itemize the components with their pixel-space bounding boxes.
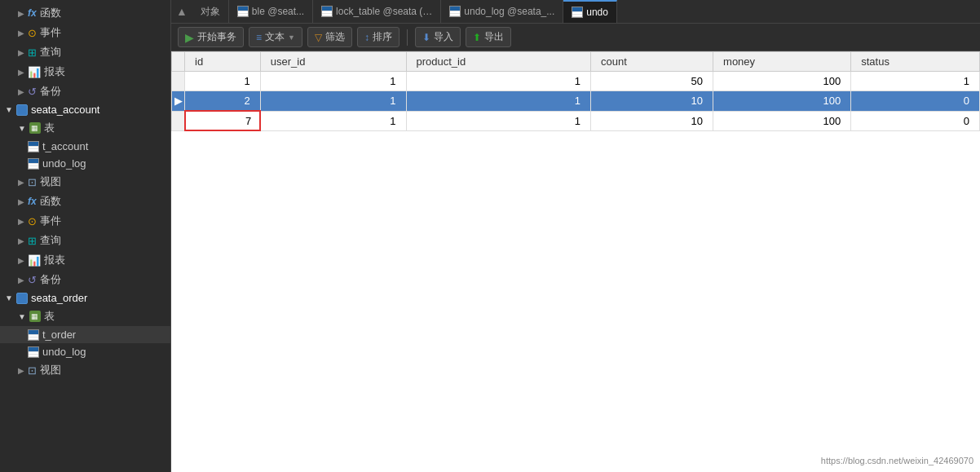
event-icon: ⊙: [28, 27, 37, 39]
sidebar-item-backup2[interactable]: ↺ 备份: [0, 270, 170, 289]
arrow-icon: [18, 87, 24, 96]
sidebar-item-table-group2[interactable]: ▦ 表: [0, 307, 170, 326]
table-icon: [28, 346, 39, 358]
sidebar-item-query2[interactable]: ⊞ 查询: [0, 231, 170, 250]
sidebar-item-label: 备份: [40, 84, 61, 99]
sidebar-item-label: 函数: [40, 194, 61, 209]
table-tab-icon: [449, 6, 461, 17]
cell-money[interactable]: 100: [713, 91, 851, 112]
col-header-user-id: user_id: [260, 52, 406, 72]
sidebar-item-table-group1[interactable]: ▦ 表: [0, 118, 170, 138]
arrow-icon: [18, 178, 24, 187]
sidebar-item-view1[interactable]: ⊡ 视图: [0, 172, 170, 192]
sidebar-item-view2[interactable]: ⊡ 视图: [0, 360, 170, 380]
sidebar-item-label: t_order: [42, 329, 76, 341]
event-icon: ⊙: [28, 215, 37, 227]
cell-user-id[interactable]: 1: [260, 111, 406, 130]
arrow-icon: [18, 217, 24, 226]
query-icon: ⊞: [28, 235, 37, 247]
sidebar: fx 函数 ⊙ 事件 ⊞ 查询 📊 报表 ↺ 备份 seata_account …: [0, 0, 171, 472]
import-button[interactable]: ⬇ 导入: [415, 27, 461, 47]
sidebar-item-label: 查询: [40, 233, 61, 248]
cell-money[interactable]: 100: [713, 72, 851, 91]
arrow-icon: [18, 124, 26, 133]
sidebar-item-backup1[interactable]: ↺ 备份: [0, 82, 170, 101]
sidebar-item-seata-account[interactable]: seata_account: [0, 101, 170, 118]
col-header-money: money: [713, 52, 851, 72]
tab-label: ble @seat...: [252, 6, 304, 17]
begin-tx-button[interactable]: ▶ 开始事务: [178, 27, 244, 47]
sidebar-item-query1[interactable]: ⊞ 查询: [0, 42, 170, 62]
sidebar-item-undo-log2[interactable]: undo_log: [0, 343, 170, 360]
filter-button[interactable]: ▽ 筛选: [307, 27, 352, 47]
cell-count[interactable]: 10: [590, 111, 713, 130]
filter-icon: ▽: [315, 32, 322, 43]
filter-label: 筛选: [325, 30, 345, 44]
cell-product-id[interactable]: 1: [406, 91, 590, 112]
arrow-icon: [18, 276, 24, 285]
cell-status[interactable]: 0: [851, 111, 980, 130]
sidebar-item-event1[interactable]: ⊙ 事件: [0, 23, 170, 42]
text-icon: ≡: [256, 32, 262, 43]
sidebar-item-seata-order[interactable]: seata_order: [0, 289, 170, 307]
func-icon: fx: [28, 196, 37, 207]
text-button[interactable]: ≡ 文本 ▼: [249, 27, 302, 47]
cell-id[interactable]: 2: [185, 91, 261, 112]
main-panel: ▲ 对象 ble @seat... lock_table @seata (… u…: [171, 0, 980, 472]
tab-ble[interactable]: ble @seat...: [229, 0, 313, 23]
table-group-icon: ▦: [29, 122, 41, 134]
table-tab-icon: [572, 7, 583, 18]
arrow-icon: [18, 29, 24, 37]
tab-label: undo_log @seata_...: [464, 6, 554, 17]
sidebar-item-undo-log1[interactable]: undo_log: [0, 155, 170, 172]
sidebar-item-report1[interactable]: 📊 报表: [0, 62, 170, 82]
sidebar-item-label: 事件: [40, 214, 61, 228]
sidebar-item-label: 备份: [40, 272, 61, 287]
sidebar-item-report2[interactable]: 📊 报表: [0, 250, 170, 270]
sidebar-item-label: 表: [44, 309, 55, 324]
sidebar-item-label: seata_order: [31, 292, 87, 304]
tab-object[interactable]: 对象: [192, 0, 229, 23]
report-icon: 📊: [28, 66, 41, 78]
arrow-icon: [18, 236, 24, 245]
cell-product-id[interactable]: 1: [406, 72, 590, 91]
tab-undo-active[interactable]: undo: [563, 0, 617, 23]
export-button[interactable]: ⬆ 导出: [466, 27, 511, 47]
cell-count[interactable]: 50: [590, 72, 713, 91]
table-row[interactable]: ▶ 2 1 1 10 100 0: [172, 91, 980, 112]
cell-status[interactable]: 1: [851, 72, 980, 91]
cell-user-id[interactable]: 1: [260, 91, 406, 112]
sidebar-item-t-order[interactable]: t_order: [0, 326, 170, 343]
sidebar-item-t-account[interactable]: t_account: [0, 138, 170, 155]
tab-label: lock_table @seata (…: [336, 6, 432, 17]
arrow-icon: [5, 293, 13, 302]
begin-tx-icon: ▶: [185, 31, 194, 44]
sidebar-item-event2[interactable]: ⊙ 事件: [0, 211, 170, 231]
sidebar-item-label: t_account: [42, 140, 88, 152]
sidebar-item-func1[interactable]: fx 函数: [0, 3, 170, 23]
table-row[interactable]: 1 1 1 50 100 1: [172, 72, 980, 91]
import-icon: ⬇: [422, 32, 430, 43]
cell-count[interactable]: 10: [590, 91, 713, 112]
sidebar-item-label: 报表: [44, 253, 65, 267]
cell-product-id[interactable]: 1: [406, 111, 590, 130]
cell-status[interactable]: 0: [851, 91, 980, 112]
cell-user-id[interactable]: 1: [260, 72, 406, 91]
arrow-icon: [5, 105, 13, 114]
sidebar-item-label: undo_log: [42, 157, 86, 170]
cell-id-editing[interactable]: 7: [185, 111, 261, 130]
tab-scroll-up[interactable]: ▲: [171, 2, 192, 21]
sidebar-item-label: seata_account: [31, 104, 100, 116]
separator: [407, 29, 408, 46]
arrow-icon: [18, 48, 24, 57]
cell-id[interactable]: 1: [185, 72, 261, 91]
cell-money[interactable]: 100: [713, 111, 851, 130]
export-icon: ⬆: [473, 32, 481, 43]
table-row[interactable]: 7 1 1 10 100 0: [172, 111, 980, 130]
db-icon: [16, 293, 28, 304]
col-header-status: status: [851, 52, 980, 72]
sidebar-item-func2[interactable]: fx 函数: [0, 192, 170, 211]
sort-button[interactable]: ↕ 排序: [357, 27, 400, 47]
tab-undo-log[interactable]: undo_log @seata_...: [441, 0, 563, 23]
tab-lock[interactable]: lock_table @seata (…: [313, 0, 441, 23]
